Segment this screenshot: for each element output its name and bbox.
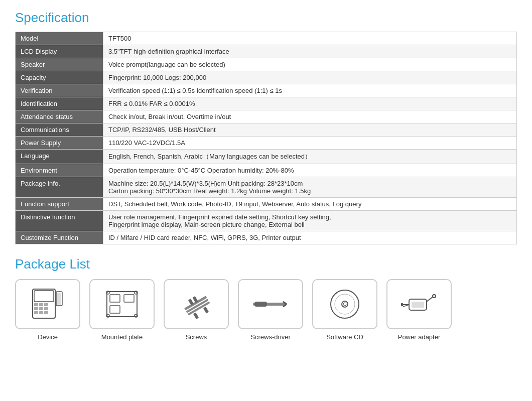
spec-label: Attendance status [16, 110, 103, 123]
svg-rect-1 [34, 291, 54, 302]
svg-point-35 [343, 303, 346, 306]
cd-icon-box [312, 279, 377, 329]
svg-rect-4 [44, 303, 48, 306]
table-row: SpeakerVoice prompt(language can be sele… [16, 58, 517, 71]
spec-title: Specification [15, 10, 517, 26]
package-item-label: Screws-driver [250, 333, 290, 341]
table-row: Customize FunctionID / Mifare / HID card… [16, 231, 517, 244]
spec-value: Machine size: 20.5(L)*14.5(W)*3.5(H)cm U… [103, 177, 517, 198]
package-item-label: Mounted plate [101, 333, 143, 341]
spec-value: ID / Mifare / HID card reader, NFC, WiFi… [103, 231, 517, 244]
spec-label: Package info. [16, 177, 103, 198]
spec-value: Verification speed (1:1) ≤ 0.5s Identifi… [103, 84, 517, 97]
table-row: ModelTFT500 [16, 32, 517, 45]
table-row: Power Supply110/220 VAC-12VDC/1.5A [16, 137, 517, 150]
package-title: Package List [15, 256, 517, 272]
spec-label: Model [16, 32, 103, 45]
svg-rect-6 [39, 307, 43, 310]
svg-rect-9 [39, 311, 43, 314]
svg-rect-10 [44, 311, 48, 314]
package-item-label: Software CD [326, 333, 363, 341]
svg-rect-5 [34, 307, 38, 310]
spec-label: Verification [16, 84, 103, 97]
svg-point-38 [433, 295, 436, 298]
svg-rect-40 [401, 303, 403, 306]
spec-value: 110/220 VAC-12VDC/1.5A [103, 137, 517, 150]
table-row: Package info.Machine size: 20.5(L)*14.5(… [16, 177, 517, 198]
svg-rect-3 [39, 303, 43, 306]
spec-value: 3.5"TFT high-definition graphical interf… [103, 45, 517, 58]
svg-line-37 [427, 297, 433, 302]
spec-label: Distinctive function [16, 211, 103, 231]
table-row: Function supportDST, Scheduled bell, Wor… [16, 198, 517, 211]
driver-icon-box [238, 279, 303, 329]
package-item: Software CD [312, 279, 377, 341]
spec-label: LCD Display [16, 45, 103, 58]
spec-value: FRR ≤ 0.01% FAR ≤ 0.0001% [103, 97, 517, 110]
spec-label: Speaker [16, 58, 103, 71]
spec-value: English, French, Spanish, Arabic（Many la… [103, 150, 517, 164]
spec-value: Operation temperature: 0°C-45°C Operatio… [103, 164, 517, 177]
table-row: Attendance statusCheck in/out, Break in/… [16, 110, 517, 123]
package-item: Screws-driver [238, 279, 303, 341]
spec-label: Function support [16, 198, 103, 211]
package-item-label: Power adapter [398, 333, 441, 341]
screws-icon-box [164, 279, 229, 329]
svg-rect-7 [44, 307, 48, 310]
spec-label: Customize Function [16, 231, 103, 244]
svg-rect-26 [193, 313, 199, 319]
spec-value: Fingerprint: 10,000 Logs: 200,000 [103, 71, 517, 84]
spec-label: Identification [16, 97, 103, 110]
spec-value: DST, Scheduled bell, Work code, Photo-ID… [103, 198, 517, 211]
package-list: Device Mounted plate [15, 279, 517, 341]
table-row: CommunicationsTCP/IP, RS232/485, USB Hos… [16, 123, 517, 137]
table-row: LanguageEnglish, French, Spanish, Arabic… [16, 150, 517, 164]
table-row: Distinctive functionUser role management… [16, 211, 517, 231]
package-item: Power adapter [386, 279, 452, 341]
spec-value: Check in/out, Break in/out, Overtime in/… [103, 110, 517, 123]
table-row: CapacityFingerprint: 10,000 Logs: 200,00… [16, 71, 517, 84]
spec-label: Power Supply [16, 137, 103, 150]
spec-value: TFT500 [103, 32, 517, 45]
svg-rect-31 [254, 302, 267, 307]
table-row: LCD Display3.5"TFT high-definition graph… [16, 45, 517, 58]
svg-rect-2 [34, 303, 38, 306]
svg-rect-8 [34, 311, 38, 314]
svg-rect-12 [57, 293, 61, 305]
device-icon-box [15, 279, 80, 329]
spec-label: Language [16, 150, 103, 164]
package-item: Screws [164, 279, 229, 341]
svg-rect-15 [124, 295, 134, 302]
spec-table: ModelTFT500LCD Display3.5"TFT high-defin… [15, 32, 517, 244]
adapter-icon-box [386, 279, 452, 329]
spec-value: TCP/IP, RS232/485, USB Host/Client [103, 123, 517, 137]
table-row: VerificationVerification speed (1:1) ≤ 0… [16, 84, 517, 97]
spec-value: User role management, Fingerprint expire… [103, 211, 517, 231]
package-item: Mounted plate [89, 279, 155, 341]
spec-label: Environment [16, 164, 103, 177]
table-row: EnvironmentOperation temperature: 0°C-45… [16, 164, 517, 177]
spec-label: Communications [16, 123, 103, 137]
svg-rect-14 [110, 295, 120, 302]
svg-rect-27 [203, 307, 209, 313]
package-item-label: Screws [186, 333, 207, 341]
svg-rect-16 [110, 306, 120, 313]
package-item-label: Device [38, 333, 58, 341]
spec-label: Capacity [16, 71, 103, 84]
table-row: IdentificationFRR ≤ 0.01% FAR ≤ 0.0001% [16, 97, 517, 110]
svg-rect-42 [412, 302, 424, 308]
plate-icon-box [89, 279, 155, 329]
spec-value: Voice prompt(language can be selected) [103, 58, 517, 71]
package-item: Device [15, 279, 80, 341]
